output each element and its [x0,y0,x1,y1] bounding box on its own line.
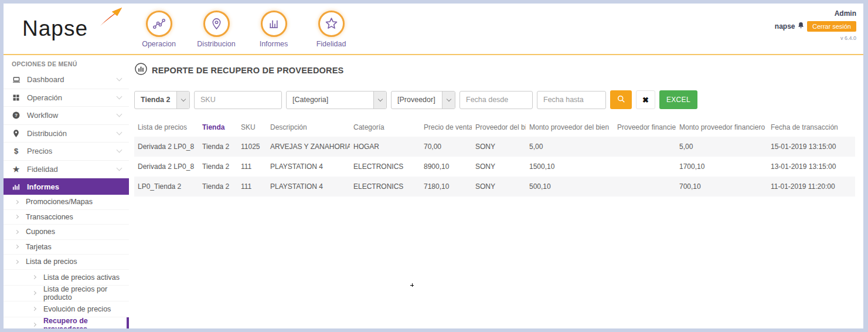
sidebar-subitem-promociones-mapas[interactable]: Promociones/Mapas [4,195,129,210]
report-bar-chart-icon [134,62,148,78]
sidebar-item-label: Dashboard [27,75,64,84]
sidebar-subitem-transacciones[interactable]: Transacciones [4,210,129,225]
location-pin-icon [11,129,21,138]
star-icon: ★ [11,165,21,174]
sidebar-item-dashboard[interactable]: Dashboard [4,71,129,89]
mouse-cursor-artifact [410,283,414,287]
nav-item-operacion[interactable]: Operacion [134,11,183,48]
sku-input[interactable] [194,91,282,109]
app-window: Napse Operacion [0,0,868,332]
sidebar: OPCIONES DE MENÚ Dashboard Operación ? [4,55,129,328]
filters-bar: Tienda 2 [Categoria] [Proveedor] [134,90,855,109]
sidebar-subitem-lista-de-precios-activas[interactable]: Lista de precios activas [4,270,129,286]
col-fecha-de-transaccion[interactable]: Fecha de transacción [767,119,855,137]
category-select[interactable]: [Categoria] [286,91,387,109]
table-header-row: Lista de precios Tienda SKU Descripción … [134,119,855,137]
bar-chart-icon [261,11,287,37]
chevron-right-icon [32,307,36,311]
table-row: Derivada 2 LP0_8 Tienda 2 111 PLAYSTATIO… [134,157,855,177]
chevron-right-icon [15,260,19,264]
sidebar-subitem-recupero-de-proveedores[interactable]: Recupero de proveedores [4,317,129,329]
chevron-down-icon [373,92,386,109]
chevron-down-icon [117,93,122,99]
nav-item-informes[interactable]: Informes [249,11,298,48]
nav-label: Informes [249,40,298,48]
col-sku[interactable]: SKU [237,119,267,137]
sidebar-item-label: Workflow [27,111,58,120]
sidebar-item-label: Informes [27,182,59,191]
location-pin-icon [203,11,230,37]
sidebar-subitem-lista-de-precios-por-producto[interactable]: Lista de precios por producto [4,286,129,301]
line-chart-icon [146,11,172,37]
sidebar-item-label: Fidelidad [27,165,58,174]
bar-chart-icon [11,182,21,191]
clear-filters-button[interactable]: ✖ [636,90,655,109]
col-proveedor-del-bien[interactable]: Proveedor del bien [472,119,526,137]
col-monto-proveedor-del-bien[interactable]: Monto proveedor del bien [526,119,614,137]
chevron-down-icon [117,147,122,153]
user-area: Admin napse Cerrar sesión v 6.4.0 [775,4,863,41]
chevron-down-icon [442,92,455,109]
chevron-right-icon [15,215,19,219]
chevron-right-icon [32,275,36,279]
close-icon: ✖ [642,96,649,104]
sidebar-item-label: Distribución [27,129,67,138]
sidebar-item-informes[interactable]: Informes [4,178,129,195]
chevron-right-icon [32,323,36,327]
nav-item-distribucion[interactable]: Distribucion [192,11,241,48]
logo-text: Napse [22,16,88,40]
table-row: LP0_Tienda 2 Tienda 2 111 PLAYSTATION 4 … [134,177,855,197]
sidebar-item-fidelidad[interactable]: ★ Fidelidad [4,161,129,179]
sidebar-item-distribucion[interactable]: Distribución [4,125,129,143]
chevron-down-icon [117,111,122,117]
report-table: Lista de precios Tienda SKU Descripción … [134,119,855,197]
svg-text:?: ? [15,113,18,118]
col-monto-proveedor-financiero[interactable]: Monto proveedor financiero [676,119,767,137]
chevron-right-icon [15,200,19,204]
nav-label: Fidelidad [307,40,356,48]
search-button[interactable] [610,90,632,109]
date-from-input[interactable] [459,91,533,109]
excel-export-button[interactable]: EXCEL [659,90,697,109]
col-lista-de-precios[interactable]: Lista de precios [134,119,199,137]
nav-item-fidelidad[interactable]: Fidelidad [307,11,356,48]
chevron-right-icon [32,291,36,295]
col-categoria[interactable]: Categoría [350,119,420,137]
logout-button[interactable]: Cerrar sesión [807,21,856,32]
question-circle-icon: ? [11,111,21,120]
provider-select[interactable]: [Proveedor] [391,91,455,109]
date-to-input[interactable] [537,91,606,109]
app-version: v 6.4.0 [775,35,856,41]
sidebar-item-precios[interactable]: $ Precios [4,143,129,161]
table-row: Derivada 2 LP0_8 Tienda 2 11025 ARVEJAS … [134,137,855,157]
main-content: REPORTE DE RECUPERO DE PROVEEDORES Tiend… [129,55,863,328]
user-role: Admin [775,9,856,18]
dollar-icon: $ [11,147,21,155]
grid-icon [11,93,21,102]
chevron-right-icon [15,245,19,249]
col-descripcion[interactable]: Descripción [267,119,350,137]
star-icon [318,11,345,37]
user-name: napse [775,22,805,32]
sidebar-subitem-tarjetas[interactable]: Tarjetas [4,240,129,255]
col-proveedor-financiero[interactable]: Proveedor financiero [614,119,676,137]
page-title: REPORTE DE RECUPERO DE PROVEEDORES [152,66,343,75]
store-select[interactable]: Tienda 2 [134,91,190,109]
nav-label: Operacion [134,40,183,48]
sidebar-item-operacion[interactable]: Operación [4,89,129,107]
napse-logo[interactable]: Napse [22,16,131,41]
chevron-down-icon [117,76,122,82]
magnifier-icon [617,94,626,106]
chevron-right-icon [15,230,19,234]
sidebar-subitem-evolucion-de-precios[interactable]: Evolución de precios [4,301,129,317]
sidebar-subitem-lista-de-precios[interactable]: Lista de precios [4,255,129,270]
col-tienda-sorted[interactable]: Tienda [199,119,237,137]
logo-spark-icon [99,7,122,29]
sidebar-item-workflow[interactable]: ? Workflow [4,107,129,125]
sidebar-item-label: Operación [27,93,62,102]
sidebar-header: OPCIONES DE MENÚ [4,55,129,71]
sidebar-subitem-cupones[interactable]: Cupones [4,225,129,240]
col-precio-de-venta[interactable]: Precio de venta [420,119,472,137]
bell-icon[interactable] [797,22,805,32]
chevron-down-icon [117,165,122,171]
